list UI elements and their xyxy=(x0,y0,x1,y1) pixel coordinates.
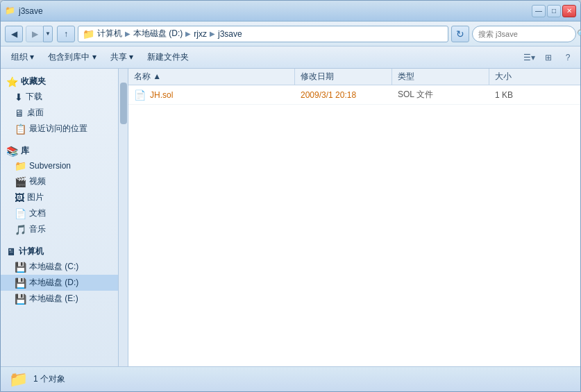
video-icon: 🎬 xyxy=(15,176,26,187)
sidebar-item-drive-c[interactable]: 💾 本地磁盘 (C:) xyxy=(1,259,118,275)
search-input[interactable] xyxy=(478,30,574,38)
column-header-date[interactable]: 修改日期 xyxy=(295,69,392,85)
path-segment-4: j3save xyxy=(218,29,242,39)
file-size-cell: 1 KB xyxy=(489,85,545,104)
drive-c-icon: 💾 xyxy=(15,262,26,273)
forward-button[interactable]: ▶ xyxy=(26,26,44,42)
computer-label: 计算机 xyxy=(19,246,44,257)
explorer-window: 📁 j3save — □ ✕ ◀ ▶ ▼ ↑ 📁 计算机 ▶ 本地磁盘 (D:)… xyxy=(0,0,581,392)
close-button[interactable]: ✕ xyxy=(562,5,576,17)
drive-d-icon: 💾 xyxy=(15,278,26,289)
organize-button[interactable]: 组织 ▾ xyxy=(5,49,40,67)
sidebar-item-recent[interactable]: 📋 最近访问的位置 xyxy=(1,121,118,137)
path-folder-icon: 📁 xyxy=(83,28,94,40)
sidebar-item-drive-d-label: 本地磁盘 (D:) xyxy=(29,277,78,289)
favorites-icon: ⭐ xyxy=(6,76,18,87)
maximize-button[interactable]: □ xyxy=(547,5,561,17)
computer-section: 🖥 计算机 xyxy=(1,243,118,259)
music-icon: 🎵 xyxy=(15,224,26,235)
table-row[interactable]: 📄 JH.sol 2009/3/1 20:18 SOL 文件 1 KB xyxy=(128,85,580,105)
sidebar-item-music[interactable]: 🎵 音乐 xyxy=(1,221,118,237)
path-segment-1: 计算机 xyxy=(97,28,122,40)
search-icon: 🔍 xyxy=(577,29,581,39)
main-area: ⭐ 收藏夹 ⬇ 下载 🖥 桌面 📋 最近访问的位置 📚 库 📁 xyxy=(1,69,580,366)
recent-icon: 📋 xyxy=(15,123,26,135)
address-bar: ◀ ▶ ▼ ↑ 📁 计算机 ▶ 本地磁盘 (D:) ▶ rjxz ▶ j3sav… xyxy=(1,22,580,46)
sidebar-item-download[interactable]: ⬇ 下载 xyxy=(1,89,118,105)
sidebar-item-drive-e-label: 本地磁盘 (E:) xyxy=(29,293,78,305)
new-folder-button[interactable]: 新建文件夹 xyxy=(141,49,195,67)
nav-dropdown-button[interactable]: ▼ xyxy=(43,26,53,42)
view-options-button[interactable]: ☰▾ xyxy=(521,49,537,66)
file-list-header: 名称 ▲ 修改日期 类型 大小 xyxy=(128,69,580,85)
sidebar-item-desktop-label: 桌面 xyxy=(27,107,44,119)
column-header-name[interactable]: 名称 ▲ xyxy=(128,69,295,85)
favorites-label: 收藏夹 xyxy=(21,76,46,87)
sidebar-scrollbar-thumb[interactable] xyxy=(120,83,127,124)
file-name: JH.sol xyxy=(150,90,173,100)
share-button[interactable]: 共享 ▾ xyxy=(104,49,140,67)
toolbar: 组织 ▾ 包含到库中 ▾ 共享 ▾ 新建文件夹 ☰▾ ⊞ ? xyxy=(1,46,580,69)
status-text: 1 个对象 xyxy=(33,373,65,385)
subversion-icon: 📁 xyxy=(15,160,26,171)
column-header-type[interactable]: 类型 xyxy=(392,69,489,85)
path-arrow-3: ▶ xyxy=(210,30,215,37)
library-label: 库 xyxy=(21,145,29,157)
preview-pane-button[interactable]: ⊞ xyxy=(540,49,557,66)
sidebar-item-drive-c-label: 本地磁盘 (C:) xyxy=(29,261,78,273)
desktop-icon: 🖥 xyxy=(15,108,24,119)
picture-icon: 🖼 xyxy=(15,192,24,203)
title-bar: 📁 j3save — □ ✕ xyxy=(1,1,580,22)
sidebar-item-music-label: 音乐 xyxy=(29,223,46,235)
sidebar-item-recent-label: 最近访问的位置 xyxy=(29,123,87,135)
sidebar-item-subversion[interactable]: 📁 Subversion xyxy=(1,158,118,173)
file-icon: 📄 xyxy=(134,90,146,101)
path-segment-2: 本地磁盘 (D:) xyxy=(133,28,183,40)
file-date-cell: 2009/3/1 20:18 xyxy=(295,85,392,104)
file-date: 2009/3/1 20:18 xyxy=(301,90,356,100)
path-segment-3: rjxz xyxy=(194,29,207,39)
column-header-size[interactable]: 大小 xyxy=(489,69,545,85)
status-bar: 📁 1 个对象 xyxy=(1,366,580,391)
document-icon: 📄 xyxy=(15,208,26,219)
sidebar-item-document[interactable]: 📄 文档 xyxy=(1,205,118,221)
path-arrow-1: ▶ xyxy=(125,30,130,37)
title-bar-controls: — □ ✕ xyxy=(532,5,576,17)
computer-icon: 🖥 xyxy=(6,246,16,257)
sidebar-item-picture[interactable]: 🖼 图片 xyxy=(1,189,118,205)
library-icon: 📚 xyxy=(6,146,18,157)
sidebar-item-picture-label: 图片 xyxy=(27,191,44,203)
window-title: j3save xyxy=(19,6,43,16)
include-in-button[interactable]: 包含到库中 ▾ xyxy=(42,49,102,67)
favorites-section: ⭐ 收藏夹 xyxy=(1,73,118,89)
sidebar-item-document-label: 文档 xyxy=(29,207,46,219)
address-path[interactable]: 📁 计算机 ▶ 本地磁盘 (D:) ▶ rjxz ▶ j3save xyxy=(78,26,448,42)
file-type: SOL 文件 xyxy=(398,89,433,101)
library-section: 📚 库 xyxy=(1,142,118,158)
sidebar-item-desktop[interactable]: 🖥 桌面 xyxy=(1,105,118,121)
sidebar-scrollbar[interactable] xyxy=(119,69,128,366)
up-button[interactable]: ↑ xyxy=(57,26,75,42)
sidebar-item-drive-e[interactable]: 💾 本地磁盘 (E:) xyxy=(1,291,118,307)
sidebar-item-drive-d[interactable]: 💾 本地磁盘 (D:) xyxy=(1,275,118,291)
sidebar-item-video[interactable]: 🎬 视频 xyxy=(1,173,118,189)
refresh-button[interactable]: ↻ xyxy=(451,26,469,42)
sidebar-item-download-label: 下载 xyxy=(26,91,42,103)
file-list: 名称 ▲ 修改日期 类型 大小 📄 JH.sol 2009/3/1 20:18 … xyxy=(128,69,580,366)
file-size: 1 KB xyxy=(495,90,513,100)
sidebar-item-subversion-label: Subversion xyxy=(29,161,71,171)
file-name-cell: 📄 JH.sol xyxy=(128,85,295,104)
path-arrow-2: ▶ xyxy=(185,30,191,37)
status-folder-icon: 📁 xyxy=(9,370,28,389)
sidebar-item-video-label: 视频 xyxy=(29,176,46,187)
window-icon: 📁 xyxy=(5,6,16,17)
drive-e-icon: 💾 xyxy=(15,293,26,305)
back-button[interactable]: ◀ xyxy=(5,26,23,42)
sidebar: ⭐ 收藏夹 ⬇ 下载 🖥 桌面 📋 最近访问的位置 📚 库 📁 xyxy=(1,69,119,366)
search-box[interactable]: 🔍 xyxy=(472,26,576,42)
download-icon: ⬇ xyxy=(15,92,23,103)
minimize-button[interactable]: — xyxy=(532,5,546,17)
file-type-cell: SOL 文件 xyxy=(392,85,489,104)
help-button[interactable]: ? xyxy=(559,49,576,66)
toolbar-right: ☰▾ ⊞ ? xyxy=(521,49,576,66)
